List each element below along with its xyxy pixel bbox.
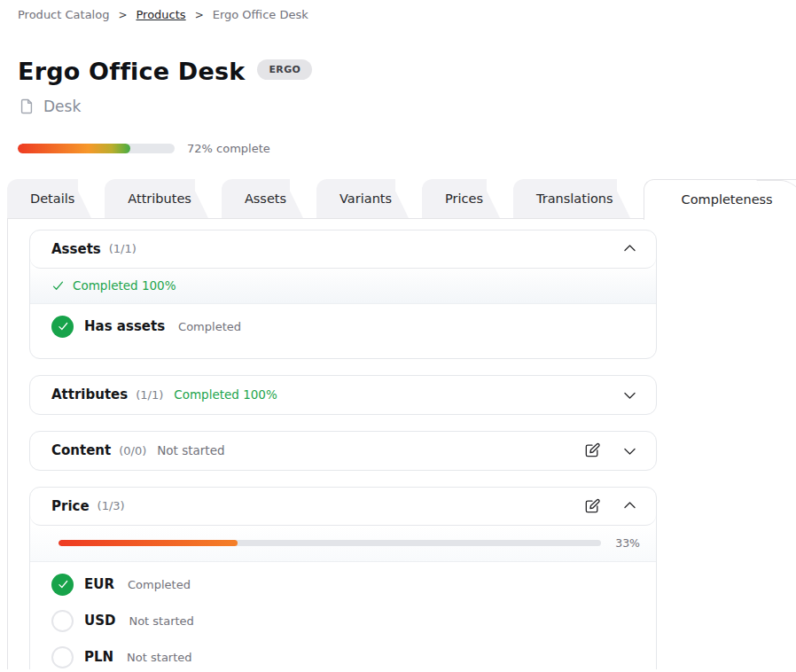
panel-price: Price (1/3) bbox=[29, 487, 657, 669]
panel-attributes-title: Attributes bbox=[51, 387, 128, 402]
price-progress-label: 33% bbox=[615, 536, 640, 550]
tab-variants-label: Variants bbox=[339, 191, 392, 206]
price-progress-fill bbox=[59, 540, 238, 546]
row-label: EUR bbox=[84, 576, 114, 592]
overall-progress: 72% complete bbox=[0, 115, 796, 155]
price-progress-bar bbox=[59, 540, 601, 546]
panel-price-header[interactable]: Price (1/3) bbox=[30, 488, 656, 526]
family-row: Desk bbox=[0, 85, 796, 115]
chevron-up-icon bbox=[621, 497, 638, 514]
page-title: Ergo Office Desk bbox=[18, 59, 245, 85]
row-status: Not started bbox=[127, 651, 191, 664]
tab-details-label: Details bbox=[30, 191, 74, 206]
panel-assets-count: (1/1) bbox=[109, 242, 137, 255]
panel-content-expand-button[interactable] bbox=[621, 442, 638, 459]
check-circle-icon bbox=[51, 574, 74, 596]
tab-bar: Details Attributes Assets Variants Price… bbox=[7, 179, 796, 219]
edit-icon bbox=[583, 497, 601, 515]
panel-assets-header[interactable]: Assets (1/1) bbox=[30, 231, 656, 269]
panel-attributes-header[interactable]: Attributes (1/1) Completed 100% bbox=[30, 376, 656, 414]
breadcrumb-separator: > bbox=[118, 9, 127, 21]
panel-price-count: (1/3) bbox=[98, 499, 125, 512]
row-label: USD bbox=[84, 613, 115, 629]
row-label: Has assets bbox=[84, 318, 165, 334]
panel-content: Content (0/0) Not started bbox=[29, 431, 657, 471]
empty-circle-icon bbox=[51, 610, 74, 632]
panel-content-title: Content bbox=[51, 442, 111, 458]
tab-translations[interactable]: Translations bbox=[513, 179, 617, 218]
tab-translations-label: Translations bbox=[536, 191, 613, 206]
tab-variants[interactable]: Variants bbox=[316, 179, 395, 218]
row-status: Completed bbox=[128, 578, 191, 591]
completeness-row-eur: EUR Completed bbox=[30, 567, 656, 603]
row-label: PLN bbox=[84, 649, 113, 665]
breadcrumb-product-catalog[interactable]: Product Catalog bbox=[18, 8, 109, 21]
tab-attributes-label: Attributes bbox=[128, 191, 191, 206]
breadcrumb-current: Ergo Office Desk bbox=[213, 8, 308, 21]
completeness-row-usd: USD Not started bbox=[30, 603, 656, 639]
completeness-row-has-assets: Has assets Completed bbox=[30, 309, 656, 345]
chevron-down-icon bbox=[621, 387, 638, 403]
panel-attributes-status: Completed 100% bbox=[174, 387, 277, 402]
panel-assets-body: Has assets Completed bbox=[30, 304, 656, 358]
overall-progress-label: 72% complete bbox=[187, 142, 270, 155]
panel-price-body: EUR Completed USD Not started PLN Not st… bbox=[30, 562, 656, 669]
tab-details[interactable]: Details bbox=[7, 179, 78, 218]
panel-content-header[interactable]: Content (0/0) Not started bbox=[30, 432, 656, 470]
overall-progress-fill bbox=[18, 144, 130, 153]
overall-progress-bar bbox=[18, 144, 175, 153]
breadcrumb: Product Catalog > Products > Ergo Office… bbox=[0, 0, 796, 21]
panel-attributes-expand-button[interactable] bbox=[621, 387, 638, 403]
edit-icon bbox=[583, 441, 601, 459]
product-sku-badge: ERGO bbox=[257, 59, 312, 80]
panel-content-status: Not started bbox=[157, 443, 224, 457]
breadcrumb-products[interactable]: Products bbox=[136, 8, 185, 21]
tab-prices-label: Prices bbox=[445, 191, 483, 206]
completeness-tab-content: Assets (1/1) Completed 100% bbox=[7, 218, 796, 669]
breadcrumb-separator: > bbox=[195, 9, 204, 21]
panel-price-progress: 33% bbox=[30, 526, 656, 562]
file-icon bbox=[18, 98, 35, 115]
panel-assets: Assets (1/1) Completed 100% bbox=[29, 230, 657, 359]
panel-assets-summary: Completed 100% bbox=[30, 269, 656, 304]
check-icon bbox=[51, 279, 65, 293]
panel-attributes: Attributes (1/1) Completed 100% bbox=[29, 375, 657, 415]
product-family-label: Desk bbox=[43, 98, 81, 115]
panel-price-collapse-button[interactable] bbox=[621, 497, 638, 514]
tab-completeness-label: Completeness bbox=[682, 192, 773, 207]
panel-assets-title: Assets bbox=[51, 241, 101, 257]
row-status: Completed bbox=[178, 320, 241, 333]
product-page: Product Catalog > Products > Ergo Office… bbox=[0, 0, 796, 672]
panel-content-count: (0/0) bbox=[119, 444, 146, 457]
tab-assets[interactable]: Assets bbox=[222, 179, 290, 218]
completeness-row-pln: PLN Not started bbox=[30, 639, 656, 669]
panel-attributes-count: (1/1) bbox=[136, 388, 163, 402]
row-status: Not started bbox=[129, 614, 193, 628]
tab-completeness[interactable]: Completeness bbox=[644, 179, 796, 220]
panel-assets-summary-text: Completed 100% bbox=[73, 278, 176, 293]
panel-assets-collapse-button[interactable] bbox=[621, 240, 638, 257]
tab-prices[interactable]: Prices bbox=[422, 179, 487, 218]
check-circle-icon bbox=[51, 316, 74, 338]
panel-price-edit-button[interactable] bbox=[583, 497, 601, 515]
panel-price-title: Price bbox=[51, 498, 90, 514]
panel-content-edit-button[interactable] bbox=[583, 441, 601, 459]
chevron-down-icon bbox=[621, 442, 638, 459]
header: Ergo Office Desk ERGO bbox=[0, 21, 796, 85]
empty-circle-icon bbox=[51, 646, 74, 668]
tab-attributes[interactable]: Attributes bbox=[105, 179, 195, 218]
tab-assets-label: Assets bbox=[245, 191, 286, 206]
chevron-up-icon bbox=[621, 240, 638, 257]
